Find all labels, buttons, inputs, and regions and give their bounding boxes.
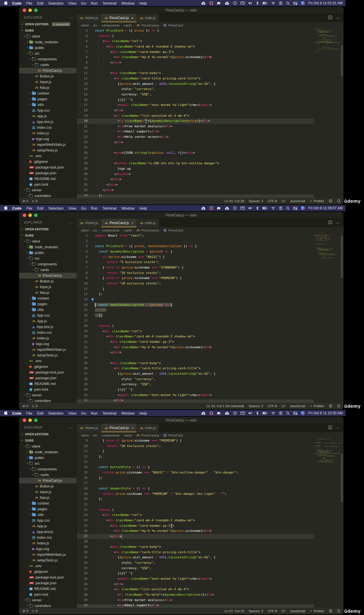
lightbulb-icon[interactable]: [91, 299, 94, 302]
code-line[interactable]: 25 <div className="card-header py-3">: [77, 523, 314, 529]
notifications-bell-icon[interactable]: [337, 609, 340, 613]
code-line[interactable]: 20 <div className="card mb-4 rounded-3 s…: [77, 334, 314, 339]
breadcrumb-symbol[interactable]: PriceCard: [168, 24, 183, 27]
code-line[interactable]: 29 Sign up: [77, 166, 314, 172]
tree-item-utils[interactable]: ›utils: [19, 102, 76, 108]
code-line[interactable]: 3const PriceCard = ({ price, handleSubsc…: [77, 244, 314, 249]
menu-item-run[interactable]: Run: [91, 411, 98, 415]
code-line[interactable]: 1import React from "react";: [77, 233, 314, 239]
code-line[interactable]: 21: [77, 502, 314, 507]
tree-item-utils[interactable]: ›utils: [19, 307, 76, 313]
code-line[interactable]: 10 return "20 exclusice stocks";: [77, 281, 314, 286]
cursor-position[interactable]: Ln 20, Col 28: [225, 199, 244, 203]
tree-item-context[interactable]: ›context: [19, 296, 76, 301]
tree-item-Button.js[interactable]: JSButton.js: [19, 73, 76, 79]
code-line[interactable]: 30 })}{" "}: [77, 387, 314, 393]
more-actions-icon[interactable]: ⋯: [69, 15, 73, 20]
code-line[interactable]: 26 <pre>{JSON.stringify(price, null, 4)}…: [77, 150, 314, 156]
menu-item-window[interactable]: Window: [121, 411, 135, 415]
code-line[interactable]: 7 <div className="card-header py-3">: [77, 50, 314, 55]
tab-subs.js[interactable]: JSsubs.js: [137, 219, 160, 227]
tree-item-public[interactable]: ›public: [19, 45, 76, 51]
code-line[interactable]: 17 <small className="text-muted fw-light…: [77, 102, 314, 108]
tab-subs.js[interactable]: JSsubs.js: [137, 14, 160, 22]
tree-item-components[interactable]: ›components: [19, 261, 76, 267]
feedback-icon[interactable]: [329, 199, 332, 203]
menu-item-selection[interactable]: Selection: [48, 1, 63, 5]
tree-item-.env[interactable]: ENV.env: [19, 153, 76, 159]
code-line[interactable]: 23 </div>: [77, 350, 314, 355]
code-line[interactable]: 6 <div className="card mb-4 rounded-3 sh…: [77, 44, 314, 50]
menu-item-code[interactable]: Code: [12, 411, 22, 415]
spotlight-icon[interactable]: [286, 411, 290, 415]
tree-item-server[interactable]: ›server: [19, 597, 76, 603]
formatter-status[interactable]: ✓Prettier: [310, 404, 324, 408]
code-line[interactable]: 16 })}{" "}: [77, 97, 314, 103]
breadcrumb-item-cards[interactable]: cards: [124, 229, 132, 232]
minimap[interactable]: } else if (price.nickname === "PREMIUM")…: [314, 438, 340, 608]
tree-item-index.css[interactable]: index.css: [19, 535, 76, 540]
siri-icon[interactable]: [301, 206, 305, 210]
tree-item-README.md[interactable]: MREADME.md: [19, 176, 76, 182]
code-line[interactable]: 8 return "10 exclusice stocks";: [77, 270, 314, 276]
close-icon[interactable]: ×: [131, 426, 133, 430]
tree-item-App.test.js[interactable]: App.test.js: [19, 529, 76, 535]
wifi-icon[interactable]: [271, 207, 275, 210]
tree-item-setupTests.js[interactable]: JSsetupTests.js: [19, 147, 76, 153]
formatter-status[interactable]: ✓Prettier: [310, 199, 324, 203]
code-line[interactable]: 30 <h1 className="card-title pricing-car…: [77, 550, 314, 555]
bluetooth-icon[interactable]: [256, 1, 259, 5]
tree-item-Input.js[interactable]: JSInput.js: [19, 79, 76, 85]
code-line[interactable]: 31 </div>: [77, 177, 314, 182]
code-line[interactable]: 17: [77, 318, 314, 324]
code-line[interactable]: 4 const dynamicDescription = (price) => …: [77, 249, 314, 255]
tree-item-index.css[interactable]: index.css: [19, 125, 76, 130]
tree-item-App.js[interactable]: JSApp.js: [19, 318, 76, 324]
code-line[interactable]: 19 return price.nickname === "PREMIUM" ?…: [77, 491, 314, 497]
tree-item-README.md[interactable]: MREADME.md: [19, 586, 76, 592]
scrollbar-slider[interactable]: [341, 454, 343, 502]
menu-item-view[interactable]: View: [68, 411, 76, 415]
feedback-icon[interactable]: [329, 609, 332, 613]
spotlight-icon[interactable]: [286, 206, 290, 210]
breadcrumb-file[interactable]: PriceCard.js: [141, 24, 159, 27]
code-line[interactable]: 9 </div>: [77, 60, 314, 65]
code-line[interactable]: 20 };: [77, 497, 314, 502]
close-icon[interactable]: ×: [131, 221, 133, 225]
code-line[interactable]: 12 };: [77, 292, 314, 297]
tree-item-reportWebVitals.js[interactable]: JSreportWebVitals.js: [19, 142, 76, 147]
code-line[interactable]: 32 style: "currency",: [77, 560, 314, 566]
code-line[interactable]: 27: [77, 156, 314, 161]
eol-sequence[interactable]: LF: [282, 404, 285, 408]
code-line[interactable]: 19 <ul className="list-unstyled mt-3 mb-…: [77, 113, 314, 119]
battery-icon[interactable]: [262, 412, 268, 415]
tree-item-.gitignore[interactable]: .gitignore: [19, 159, 76, 165]
more-actions-icon[interactable]: ⋯: [69, 425, 73, 430]
menu-item-edit[interactable]: Edit: [37, 411, 43, 415]
tree-item-logo.svg[interactable]: logo.svg: [19, 341, 76, 347]
menu-item-window[interactable]: Window: [121, 206, 135, 210]
postgres-elephant-icon[interactable]: [217, 1, 221, 5]
code-line[interactable]: 12 };: [77, 454, 314, 460]
control-center-icon[interactable]: [293, 412, 297, 415]
tree-item-Input.js[interactable]: JSInput.js: [19, 489, 76, 495]
code-line[interactable]: 27 {(price.unit_amount / 100).toLocaleSt…: [77, 371, 314, 377]
tree-item-reportWebVitals.js[interactable]: JSreportWebVitals.js: [19, 552, 76, 557]
code-line[interactable]: 22 <h4 className="my-0 fw-normal">{price…: [77, 345, 314, 350]
code-line[interactable]: 5 <div className="col">: [77, 39, 314, 44]
code-editor[interactable]: 1import React from "react";23const Price…: [77, 233, 314, 403]
code-line[interactable]: 28 <button className="w-100 btn btn-lg b…: [77, 161, 314, 166]
tree-item-package.json[interactable]: npmpackage.json: [19, 580, 76, 586]
tree-item-PriceCard.js[interactable]: JSPriceCard.js: [19, 68, 76, 73]
code-line[interactable]: 14··const handleSubscription = (price) =…: [77, 302, 314, 308]
apple-menu[interactable]: [4, 411, 8, 416]
code-line[interactable]: 39 <li>Free market analysis</li>: [77, 598, 314, 603]
time-machine-icon[interactable]: [233, 411, 237, 415]
code-line[interactable]: 35 <small className="text-muted fw-light…: [77, 576, 314, 582]
workspace-section[interactable]: ›SUBS: [19, 27, 76, 34]
horizontal-scrollbar[interactable]: [77, 194, 314, 198]
menu-item-selection[interactable]: Selection: [48, 206, 63, 210]
horizontal-scrollbar[interactable]: [77, 604, 314, 608]
code-editor[interactable]: 3const PriceCard = ({ price }) => {4 ret…: [77, 28, 314, 198]
cloud-pause-icon[interactable]: [201, 411, 206, 415]
